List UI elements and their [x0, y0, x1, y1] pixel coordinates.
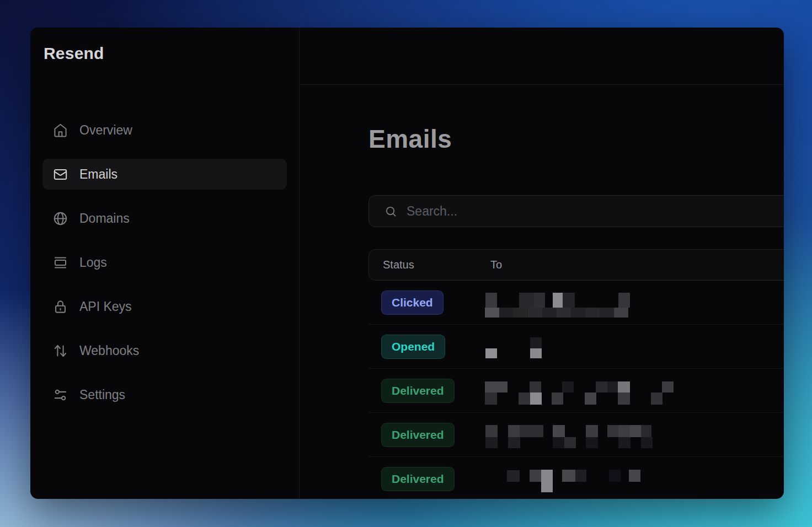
redacted-recipient-pixels	[485, 425, 498, 437]
sidebar-item-domains[interactable]: Domains	[42, 203, 287, 234]
status-badge: Delivered	[381, 379, 455, 403]
sidebar-item-label: Webhooks	[79, 343, 139, 358]
redacted-recipient-pixels	[562, 381, 574, 392]
redacted-recipient-pixels	[557, 308, 571, 318]
redacted-recipient-pixels	[563, 293, 575, 308]
search-box[interactable]	[368, 195, 784, 227]
status-badge: Delivered	[381, 423, 455, 447]
redacted-recipient-pixels	[534, 293, 545, 308]
redacted-recipient-pixels	[607, 425, 618, 437]
redacted-recipient-pixels	[542, 308, 557, 318]
redacted-recipient-pixels	[530, 337, 542, 348]
redacted-recipient-pixels	[508, 425, 520, 437]
sidebar: Resend OverviewEmailsDomainsLogsAPI Keys…	[30, 28, 300, 499]
redacted-recipient-pixels	[629, 470, 640, 482]
page-title: Emails	[368, 123, 784, 154]
status-badge: Delivered	[381, 467, 455, 491]
brand-logo: Resend	[44, 44, 104, 63]
redacted-recipient-pixels	[618, 425, 630, 437]
redacted-recipient-pixels	[485, 293, 497, 308]
redacted-recipient-pixels	[607, 381, 618, 392]
table-row[interactable]: Delivered	[368, 457, 784, 499]
sidebar-item-label: Logs	[79, 255, 107, 270]
redacted-recipient-pixels	[553, 437, 564, 448]
redacted-recipient-pixels	[662, 381, 674, 392]
redacted-recipient-pixels	[614, 308, 628, 318]
redacted-recipient-pixels	[485, 348, 497, 358]
search-input[interactable]	[407, 196, 784, 227]
column-header-to: To	[490, 259, 502, 271]
redacted-recipient-pixels	[618, 437, 631, 448]
sidebar-item-api-keys[interactable]: API Keys	[42, 291, 287, 322]
table-row[interactable]: Clicked	[368, 281, 784, 325]
desktop-background: { "app": { "brand": "Resend" }, "sidebar…	[0, 0, 812, 527]
redacted-recipient-pixels	[519, 293, 534, 308]
redacted-recipient-pixels	[586, 437, 598, 448]
redacted-recipient-pixels	[520, 425, 543, 437]
redacted-recipient-pixels	[528, 308, 542, 318]
sidebar-item-label: Emails	[79, 167, 117, 182]
sidebar-item-overview[interactable]: Overview	[42, 115, 287, 146]
emails-table: Status To ClickedOpenedDeliveredDelivere…	[368, 249, 784, 499]
redacted-recipient-pixels	[485, 392, 497, 405]
sidebar-item-label: Overview	[79, 123, 132, 138]
table-header: Status To	[368, 249, 784, 281]
sidebar-nav: OverviewEmailsDomainsLogsAPI KeysWebhook…	[42, 115, 287, 410]
redacted-recipient-pixels	[630, 425, 641, 437]
table-body: ClickedOpenedDeliveredDeliveredDelivered	[368, 281, 784, 499]
home-icon	[53, 123, 68, 138]
redacted-recipient-pixels	[514, 308, 528, 318]
status-badge: Opened	[381, 335, 445, 359]
status-badge: Clicked	[381, 291, 444, 315]
sidebar-item-label: API Keys	[79, 299, 132, 314]
redacted-recipient-pixels	[530, 348, 542, 358]
redacted-recipient-pixels	[530, 392, 542, 405]
table-row[interactable]: Delivered	[368, 369, 784, 413]
main-panel: Emails Status To ClickedOpenedDeliveredD…	[300, 28, 784, 499]
redacted-recipient-pixels	[485, 381, 507, 392]
redacted-recipient-pixels	[508, 437, 520, 448]
sidebar-item-settings[interactable]: Settings	[42, 379, 287, 410]
redacted-recipient-pixels	[586, 425, 598, 437]
redacted-recipient-pixels	[530, 470, 541, 482]
redacted-recipient-pixels	[519, 392, 530, 405]
emails-page: Emails Status To ClickedOpenedDeliveredD…	[300, 85, 784, 499]
redacted-recipient-pixels	[600, 308, 614, 318]
table-row[interactable]: Delivered	[368, 413, 784, 457]
logs-icon	[53, 255, 68, 270]
sidebar-item-label: Settings	[79, 388, 125, 402]
sidebar-item-label: Domains	[79, 211, 130, 226]
lock-icon	[53, 299, 68, 314]
redacted-recipient-pixels	[575, 470, 586, 482]
redacted-recipient-pixels	[651, 392, 663, 405]
sidebar-item-logs[interactable]: Logs	[42, 247, 287, 278]
redacted-recipient-pixels	[485, 308, 499, 318]
redacted-recipient-pixels	[585, 392, 596, 405]
arrows-up-down-icon	[53, 343, 68, 358]
redacted-recipient-pixels	[562, 470, 575, 482]
column-header-status: Status	[369, 259, 490, 271]
redacted-recipient-pixels	[541, 470, 553, 492]
redacted-recipient-pixels	[641, 425, 651, 437]
sliders-icon	[53, 388, 68, 402]
redacted-recipient-pixels	[553, 425, 565, 437]
app-window: Resend OverviewEmailsDomainsLogsAPI Keys…	[30, 28, 784, 499]
redacted-recipient-pixels	[485, 437, 498, 448]
redacted-recipient-pixels	[618, 381, 630, 392]
redacted-recipient-pixels	[596, 381, 607, 392]
globe-icon	[53, 211, 68, 226]
redacted-recipient-pixels	[571, 308, 585, 318]
redacted-recipient-pixels	[641, 437, 653, 448]
sidebar-item-emails[interactable]: Emails	[42, 159, 287, 190]
table-row[interactable]: Opened	[368, 325, 784, 369]
redacted-recipient-pixels	[553, 293, 563, 308]
redacted-recipient-pixels	[609, 470, 621, 482]
mail-icon	[53, 167, 68, 182]
redacted-recipient-pixels	[618, 293, 630, 308]
redacted-recipient-pixels	[499, 308, 514, 318]
redacted-recipient-pixels	[507, 470, 520, 482]
redacted-recipient-pixels	[564, 437, 576, 448]
sidebar-item-webhooks[interactable]: Webhooks	[42, 335, 287, 366]
main-header	[300, 28, 784, 85]
redacted-recipient-pixels	[585, 308, 600, 318]
